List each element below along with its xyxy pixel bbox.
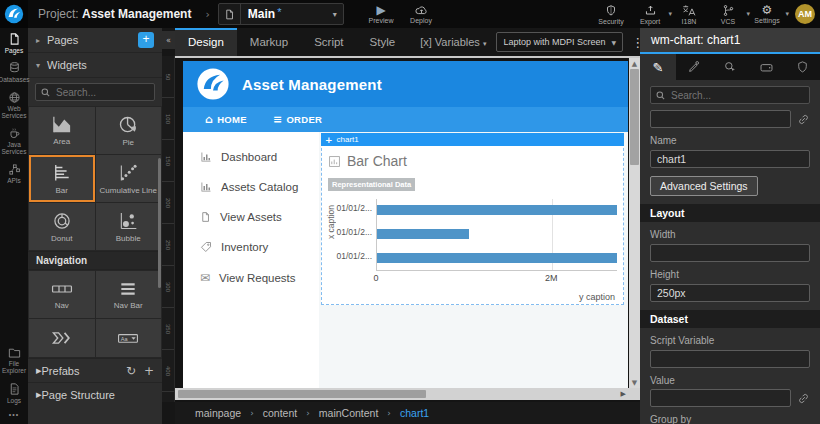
height-input[interactable] (650, 284, 810, 302)
rail-item-logs[interactable]: Logs (0, 382, 28, 404)
export-button[interactable]: ▾ Export (635, 4, 665, 25)
breadcrumb-mainpage[interactable]: mainpage (195, 407, 241, 419)
representational-data-badge: Representational Data (328, 178, 415, 191)
widget-search-input[interactable] (36, 84, 154, 100)
tab-design[interactable]: Design (175, 28, 237, 56)
breadcrumb-chart1[interactable]: chart1 (400, 407, 429, 419)
menu-item-inventory[interactable]: Inventory (183, 232, 319, 262)
advanced-settings-button[interactable]: Advanced Settings (650, 176, 758, 196)
tab-device[interactable] (748, 54, 784, 80)
scroll-down-icon[interactable]: ▼ (632, 377, 637, 388)
menu-item-view-requests[interactable]: ✉ View Requests (183, 262, 319, 294)
rail-item-java-services[interactable]: Java Services (0, 127, 28, 156)
widget-tile-area[interactable]: Area (29, 107, 95, 154)
wavemaker-logo[interactable] (0, 0, 28, 28)
pages-section-header[interactable]: ▸ Pages + (28, 28, 162, 53)
rail-item-file-explorer[interactable]: File Explorer (0, 347, 28, 375)
scroll-right-icon[interactable]: ▶ (621, 390, 626, 398)
app-preview-frame: Asset Management ⌂ HOME ≡ ORDER Dashboar… (183, 61, 628, 388)
app-nav-bar: ⌂ HOME ≡ ORDER (183, 107, 628, 132)
tab-events[interactable] (712, 54, 748, 80)
bind-link-icon[interactable] (797, 113, 810, 126)
tab-security[interactable] (784, 54, 820, 80)
tab-properties[interactable]: ✎ (640, 54, 676, 80)
width-input[interactable] (650, 244, 810, 262)
page-selector[interactable]: Main * ▾ (218, 3, 344, 25)
ruler-tick: 300 (162, 266, 175, 308)
widgets-section-header[interactable]: ▾ Widgets (28, 53, 162, 78)
refresh-icon[interactable]: ↻ (126, 364, 136, 378)
page-structure-section-header[interactable]: ▸ Page Structure (28, 382, 162, 406)
tab-styles[interactable] (676, 54, 712, 80)
page-content-area: + chart1 Bar Chart Representational Data (319, 132, 628, 388)
widget-tile-bar[interactable]: Bar (29, 155, 95, 202)
svg-text:Aa: Aa (121, 336, 129, 342)
i18n-button[interactable]: I18N (674, 4, 704, 25)
tab-markup[interactable]: Markup (237, 28, 301, 56)
preview-button[interactable]: ▶ Preview (366, 4, 396, 24)
breadcrumb-content[interactable]: content (263, 407, 297, 419)
widget-tile-breadcrumb[interactable] (29, 319, 95, 357)
security-button[interactable]: Security (596, 4, 626, 25)
gear-icon: ⚙ (762, 4, 773, 16)
canvas-horizontal-scrollbar[interactable]: ▶ (175, 388, 640, 400)
vcs-button[interactable]: ▾ VCS (713, 4, 743, 25)
breadcrumb-maincontent[interactable]: mainContent (319, 407, 379, 419)
selected-chart-widget[interactable]: + chart1 Bar Chart Representational Data (321, 133, 624, 305)
scroll-up-icon[interactable]: ▲ (632, 58, 637, 69)
vertical-scroll-thumb[interactable] (630, 69, 639, 165)
nav-item-home[interactable]: ⌂ HOME (205, 113, 247, 126)
variables-button[interactable]: [x] Variables ▾ (420, 36, 486, 48)
widget-tile-select[interactable]: Aa (96, 319, 162, 357)
bar-series-1[interactable] (377, 229, 469, 239)
widget-tile-cumulative-line[interactable]: Cumulative Line (96, 155, 162, 202)
magnifier-cursor-icon (723, 60, 737, 74)
widget-tile-nav-bar[interactable]: Nav Bar (96, 271, 162, 318)
add-prefab-icon[interactable]: + (144, 364, 154, 378)
bar-series-0[interactable] (377, 205, 617, 215)
menu-item-dashboard[interactable]: Dashboard (183, 142, 319, 172)
widget-tile-donut[interactable]: Donut (29, 203, 95, 250)
tab-script[interactable]: Script (301, 28, 356, 56)
page-icon (219, 4, 241, 24)
menu-item-view-assets[interactable]: View Assets (183, 202, 319, 232)
horizontal-scroll-thumb[interactable] (178, 390, 426, 398)
property-search-input[interactable] (651, 87, 809, 103)
top-bar: Project: Asset Management › Main * ▾ ▶ P… (0, 0, 820, 28)
deploy-button[interactable]: Deploy (406, 4, 436, 24)
conditional-class-input[interactable] (650, 110, 791, 128)
properties-panel-title: wm-chart: chart1 (640, 28, 820, 54)
widget-tile-nav[interactable]: Nav (29, 271, 95, 318)
property-search (650, 86, 810, 104)
settings-button[interactable]: ⚙ ▾ Settings (752, 4, 782, 24)
menu-item-assets-catalog[interactable]: Assets Catalog (183, 172, 319, 202)
rail-item-databases[interactable]: Databases (0, 61, 28, 83)
rail-item-apis[interactable]: APIs (0, 163, 28, 184)
bind-link-icon[interactable] (797, 392, 810, 405)
rail-item-web-services[interactable]: Web Services (0, 91, 28, 120)
chevron-down-icon: ▾ (668, 10, 672, 18)
tab-style[interactable]: Style (357, 28, 409, 56)
name-input[interactable] (650, 150, 810, 168)
rail-more-button[interactable]: ••• (9, 411, 19, 418)
design-canvas: Asset Management ⌂ HOME ≡ ORDER Dashboar… (175, 56, 640, 402)
chevron-right-icon: › (387, 408, 391, 418)
breadcrumb: mainpage › content › mainContent › chart… (175, 402, 640, 424)
triangle-down-icon: ▾ (36, 61, 40, 70)
script-variable-label: Script Variable (650, 335, 810, 346)
add-page-button[interactable]: + (138, 32, 154, 48)
value-input[interactable] (650, 389, 791, 407)
widget-tile-pie[interactable]: Pie (96, 107, 162, 154)
user-avatar[interactable]: AM (795, 4, 815, 24)
widget-selection-tab[interactable]: + chart1 (321, 133, 624, 146)
script-variable-input[interactable] (650, 350, 810, 368)
device-selector[interactable]: Laptop with MDPI Screen ▼ (496, 32, 623, 52)
canvas-vertical-scrollbar[interactable]: ▲ ▼ (629, 58, 640, 388)
rail-item-pages[interactable]: Pages (0, 32, 28, 54)
prefabs-section-header[interactable]: ▸ Prefabs ↻ + (28, 358, 162, 382)
bar-series-2[interactable] (377, 253, 617, 263)
panel-scrollbar[interactable] (158, 158, 161, 288)
widget-tile-bubble[interactable]: Bubble (96, 203, 162, 250)
collapse-panel-button[interactable]: « (162, 31, 175, 49)
nav-item-order[interactable]: ≡ ORDER (273, 113, 322, 126)
